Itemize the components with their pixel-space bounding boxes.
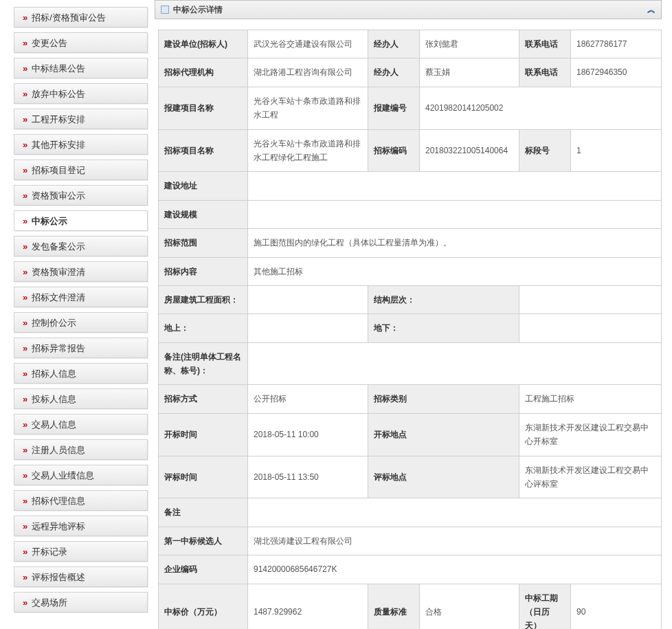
sidebar-item-label: 其他开标安排 [32, 140, 85, 150]
chevron-right-icon: » [23, 114, 27, 124]
chevron-right-icon: » [23, 89, 27, 99]
sidebar-item-label: 招标文件澄清 [32, 292, 85, 302]
chevron-right-icon: » [23, 165, 27, 175]
bid-no-label: 招标编码 [368, 129, 420, 172]
duration-label: 中标工期（日历天） [519, 584, 571, 629]
sidebar-item[interactable]: »变更公告 [14, 32, 148, 53]
chevron-right-icon: » [23, 547, 27, 557]
proj-label: 报建项目名称 [159, 87, 248, 129]
addr-label: 建设地址 [159, 172, 248, 200]
sidebar-item[interactable]: »交易人业绩信息 [14, 465, 148, 485]
sidebar-item-label: 远程异地评标 [32, 521, 85, 531]
chevron-right-icon: » [23, 241, 27, 252]
open-time-value: 2018-05-11 10:00 [248, 413, 368, 456]
sidebar-item[interactable]: »资格预审公示 [14, 185, 148, 206]
sidebar-item-label: 工程开标安排 [32, 114, 85, 124]
sidebar-item-label: 发包备案公示 [32, 241, 85, 252]
sidebar-item[interactable]: »放弃中标公告 [14, 83, 148, 104]
owner-tel-value: 18627786177 [571, 30, 662, 58]
quality-value: 合格 [420, 584, 519, 629]
scope-label: 招标范围 [159, 229, 248, 257]
bid-proj-value: 光谷火车站十条市政道路和排水工程绿化工程施工 [248, 129, 368, 172]
owner-contact-label: 经办人 [368, 30, 420, 58]
chevron-right-icon: » [23, 190, 27, 201]
corp-code-label: 企业编码 [159, 555, 248, 584]
sidebar-item-label: 中标公示 [32, 216, 67, 226]
cand1-label: 第一中标候选人 [159, 527, 248, 555]
chevron-right-icon: » [23, 445, 27, 455]
sidebar-item[interactable]: »工程开标安排 [14, 109, 148, 129]
sidebar-item[interactable]: »招标异常报告 [14, 338, 148, 358]
sidebar-item[interactable]: »发包备案公示 [14, 236, 148, 256]
sidebar-item-label: 投标人信息 [32, 394, 76, 404]
below-value [519, 314, 662, 342]
sidebar-item[interactable]: »招标代理信息 [14, 490, 148, 511]
remark-value [248, 342, 662, 385]
sidebar-item[interactable]: »中标公示 [14, 210, 148, 231]
method-label: 招标方式 [159, 385, 248, 413]
sidebar-item[interactable]: »招标/资格预审公告 [14, 7, 148, 27]
section-value: 1 [571, 129, 662, 172]
agent-tel-label: 联系电话 [519, 58, 571, 87]
sidebar-item[interactable]: »交易场所 [14, 592, 148, 613]
section-label: 标段号 [519, 129, 571, 172]
sidebar-item-label: 招标项目登记 [32, 165, 85, 175]
sidebar-item-label: 评标报告概述 [32, 572, 85, 582]
chevron-right-icon: » [23, 12, 27, 23]
sidebar-item[interactable]: »交易人信息 [14, 414, 148, 434]
cand1-value: 湖北强涛建设工程有限公司 [248, 527, 662, 555]
area-value [248, 285, 368, 313]
panel-icon [161, 5, 169, 14]
sidebar-item-label: 招标/资格预审公告 [32, 12, 106, 23]
above-value [248, 314, 368, 342]
agent-label: 招标代理机构 [159, 58, 248, 87]
sidebar-item[interactable]: »控制价公示 [14, 312, 148, 333]
proj-no-label: 报建编号 [368, 87, 420, 129]
sidebar-item[interactable]: »开标记录 [14, 541, 148, 562]
bid-no-value: 20180322100514006​4 [420, 129, 519, 172]
scope-value: 施工图范围内的绿化工程（具体以工程量清单为准）。 [248, 229, 662, 257]
sidebar-item[interactable]: »注册人员信息 [14, 439, 148, 460]
sidebar-item[interactable]: »资格预审澄清 [14, 261, 148, 282]
area-label: 房屋建筑工程面积： [159, 285, 248, 313]
agent-value: 湖北路港工程咨询有限公司 [248, 58, 368, 87]
agent-contact-label: 经办人 [368, 58, 420, 87]
chevron-right-icon: » [23, 38, 27, 48]
sidebar-item[interactable]: »投标人信息 [14, 388, 148, 409]
chevron-right-icon: » [23, 216, 27, 226]
remark-label: 备注(注明单体工程名称、栋号)： [159, 342, 248, 385]
proj-no-value: 42019820141205002 [420, 87, 662, 129]
content-value: 其他施工招标 [248, 257, 662, 285]
sidebar-item[interactable]: »招标人信息 [14, 363, 148, 384]
chevron-right-icon: » [23, 394, 27, 404]
sidebar-item-label: 变更公告 [32, 38, 67, 48]
owner-value: 武汉光谷交通建设有限公司 [248, 30, 368, 58]
corp-code-value: 91420000685646727K [248, 555, 662, 584]
sidebar-item[interactable]: »招标文件澄清 [14, 287, 148, 307]
sidebar-item[interactable]: »其他开标安排 [14, 134, 148, 155]
quality-label: 质量标准 [368, 584, 420, 629]
sidebar: »招标/资格预审公告»变更公告»中标结果公告»放弃中标公告»工程开标安排»其他开… [0, 0, 155, 629]
collapse-icon[interactable]: ︽ [647, 0, 656, 19]
chevron-right-icon: » [23, 470, 27, 481]
open-loc-label: 开标地点 [368, 413, 519, 456]
sidebar-item-label: 交易人信息 [32, 419, 76, 430]
bid-proj-label: 招标项目名称 [159, 129, 248, 172]
sidebar-item-label: 控制价公示 [32, 318, 76, 328]
note-label: 备注 [159, 498, 248, 527]
sidebar-item[interactable]: »中标结果公告 [14, 58, 148, 78]
chevron-right-icon: » [23, 521, 27, 531]
owner-contact-value: 张刘懿君 [420, 30, 519, 58]
sidebar-item[interactable]: »远程异地评标 [14, 516, 148, 536]
chevron-right-icon: » [23, 318, 27, 328]
sidebar-item[interactable]: »评标报告概述 [14, 566, 148, 587]
chevron-right-icon: » [23, 63, 27, 74]
chevron-right-icon: » [23, 419, 27, 430]
sidebar-item[interactable]: »招标项目登记 [14, 159, 148, 180]
open-time-label: 开标时间 [159, 413, 248, 456]
panel-header: 中标公示详情 ︽ [155, 0, 662, 19]
owner-tel-label: 联系电话 [519, 30, 571, 58]
chevron-right-icon: » [23, 597, 27, 608]
sidebar-item-label: 招标人信息 [32, 368, 76, 379]
chevron-right-icon: » [23, 343, 27, 353]
